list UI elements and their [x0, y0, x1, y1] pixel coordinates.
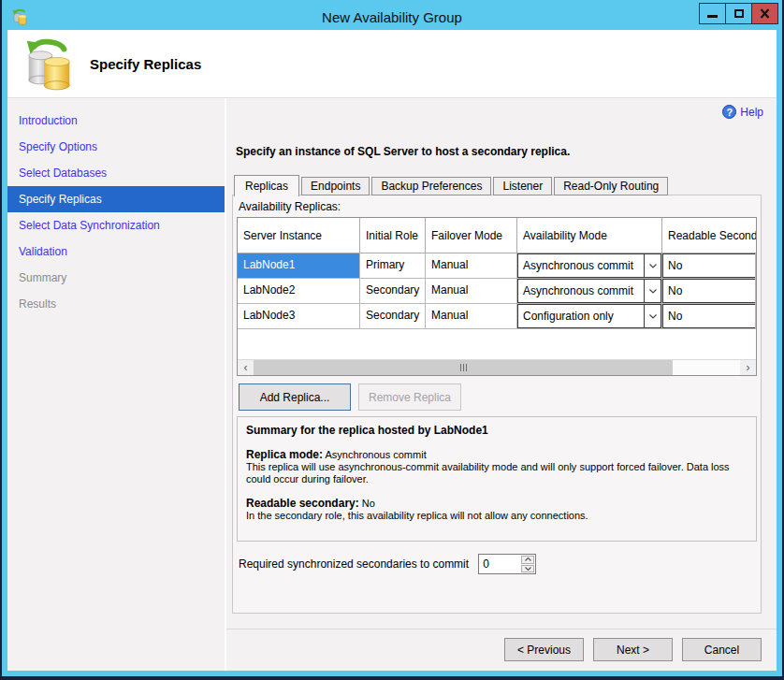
grid-row-labnode1[interactable]: LabNode1 Primary Manual Asynchronous com…	[238, 253, 756, 279]
grid-row-labnode3[interactable]: LabNode3 Secondary Manual Configuration …	[238, 304, 756, 329]
replica-summary: Summary for the replica hosted by LabNod…	[237, 416, 757, 542]
scroll-left-arrow-icon[interactable]: ‹	[238, 360, 254, 375]
replica-databases-icon	[21, 35, 79, 93]
close-button[interactable]	[751, 3, 778, 24]
cell-initial-role: Secondary	[360, 304, 426, 328]
sidebar-item-results: Results	[7, 291, 225, 317]
spinner-buttons	[520, 555, 535, 573]
sidebar-item-specify-options[interactable]: Specify Options	[7, 134, 225, 160]
help-label: Help	[740, 106, 763, 119]
cell-failover-mode: Manual	[426, 279, 517, 303]
help-link[interactable]: ? Help	[722, 105, 763, 119]
window-controls	[700, 3, 778, 24]
help-icon: ?	[722, 105, 736, 119]
scrollbar-track[interactable]	[673, 360, 740, 375]
readable-secondary-combo-labnode2[interactable]: No	[662, 279, 756, 303]
dropdown-chevron-icon[interactable]	[645, 264, 661, 268]
spinner-value[interactable]: 0	[479, 555, 520, 573]
close-icon	[760, 8, 770, 19]
tab-read-only-routing[interactable]: Read-Only Routing	[554, 177, 668, 195]
footer-buttons: < Previous Next > Cancel	[504, 638, 762, 661]
window-title: New Availability Group	[7, 9, 777, 25]
required-secondaries-row: Required synchronized secondaries to com…	[239, 554, 536, 574]
sidebar-item-select-data-synchronization[interactable]: Select Data Synchronization	[7, 212, 225, 239]
cell-initial-role: Secondary	[360, 279, 426, 303]
readable-secondary-combo-labnode3[interactable]: No	[662, 304, 756, 328]
minimize-icon	[707, 15, 718, 18]
grid-row-labnode2[interactable]: LabNode2 Secondary Manual Asynchronous c…	[238, 279, 756, 304]
combo-value: No	[663, 280, 756, 303]
dialog-window: New Availability Group	[2, 0, 782, 676]
cancel-button[interactable]: Cancel	[682, 638, 762, 661]
availability-mode-combo-labnode3[interactable]: Configuration only	[517, 304, 662, 328]
cell-server-instance[interactable]: LabNode2	[238, 279, 360, 303]
tab-replicas[interactable]: Replicas	[234, 175, 299, 196]
availability-mode-combo-labnode1[interactable]: Asynchronous commit	[517, 253, 662, 278]
readable-secondary-label: Readable secondary:	[246, 497, 359, 510]
replicas-tab-panel: Availability Replicas: Server Instance I…	[232, 195, 762, 614]
combo-value: Asynchronous commit	[518, 280, 644, 303]
availability-mode-combo-labnode2[interactable]: Asynchronous commit	[517, 279, 662, 303]
column-header-initial-role[interactable]: Initial Role	[360, 218, 426, 253]
sidebar-item-specify-replicas[interactable]: Specify Replicas	[7, 186, 225, 212]
tab-strip: Replicas Endpoints Backup Preferences Li…	[234, 174, 668, 195]
footer-divider	[226, 629, 777, 629]
readable-secondary-description: In the secondary role, this availability…	[246, 510, 748, 522]
add-replica-button[interactable]: Add Replica...	[239, 383, 351, 411]
wizard-steps-nav: Introduction Specify Options Select Data…	[7, 98, 225, 671]
dropdown-chevron-icon[interactable]	[645, 289, 661, 294]
scroll-right-arrow-icon[interactable]: ›	[740, 360, 756, 375]
column-header-availability-mode[interactable]: Availability Mode	[517, 218, 662, 253]
cell-initial-role: Primary	[360, 253, 426, 278]
replica-mode-description: This replica will use asynchronous-commi…	[246, 461, 748, 485]
combo-value: Asynchronous commit	[518, 254, 644, 278]
wizard-header: Specify Replicas	[7, 30, 777, 98]
cell-failover-mode: Manual	[426, 253, 517, 278]
combo-value: No	[663, 254, 756, 278]
cell-server-instance[interactable]: LabNode3	[238, 304, 360, 328]
column-header-server-instance[interactable]: Server Instance	[238, 218, 360, 253]
scrollbar-thumb[interactable]	[254, 360, 673, 375]
thumb-gripper-icon	[460, 364, 461, 371]
availability-replicas-label: Availability Replicas:	[239, 200, 341, 213]
required-secondaries-spinner[interactable]: 0	[478, 554, 536, 574]
replica-mode-label: Replica mode:	[246, 448, 323, 461]
combo-value: Configuration only	[518, 305, 644, 328]
column-header-readable-secondary[interactable]: Readable Secondar	[662, 218, 756, 253]
tab-listener[interactable]: Listener	[493, 177, 552, 195]
spin-up-button[interactable]	[521, 556, 534, 564]
maximize-icon	[734, 9, 744, 18]
summary-title: Summary for the replica hosted by LabNod…	[246, 424, 748, 437]
sidebar-item-select-databases[interactable]: Select Databases	[7, 160, 225, 186]
minimize-button[interactable]	[699, 3, 726, 24]
thumb-gripper-icon	[466, 364, 467, 371]
wizard-content: ? Help Specify an instance of SQL Server…	[225, 98, 777, 671]
next-button[interactable]: Next >	[593, 638, 673, 661]
dropdown-chevron-icon[interactable]	[645, 314, 661, 319]
availability-replicas-grid: Server Instance Initial Role Failover Mo…	[237, 217, 757, 376]
thumb-gripper-icon	[463, 364, 464, 371]
remove-replica-button: Remove Replica	[358, 383, 461, 411]
page-title: Specify Replicas	[90, 56, 201, 72]
sidebar-item-validation[interactable]: Validation	[7, 239, 225, 265]
cell-failover-mode: Manual	[426, 304, 517, 328]
tab-backup-preferences[interactable]: Backup Preferences	[371, 177, 491, 195]
previous-button[interactable]: < Previous	[504, 638, 584, 661]
grid-header-row: Server Instance Initial Role Failover Mo…	[238, 218, 756, 253]
tab-endpoints[interactable]: Endpoints	[301, 177, 370, 195]
combo-value: No	[663, 305, 756, 328]
column-header-failover-mode[interactable]: Failover Mode	[426, 218, 517, 253]
required-secondaries-label: Required synchronized secondaries to com…	[239, 557, 469, 571]
sidebar-item-introduction[interactable]: Introduction	[7, 108, 225, 134]
spin-up-icon	[525, 557, 531, 561]
readable-secondary-value: No	[359, 498, 375, 509]
instruction-text: Specify an instance of SQL Server to hos…	[236, 145, 570, 158]
replica-mode-value: Asynchronous commit	[323, 449, 427, 460]
titlebar[interactable]: New Availability Group	[7, 6, 777, 30]
maximize-button[interactable]	[725, 3, 752, 24]
replica-buttons-row: Add Replica... Remove Replica	[239, 383, 461, 411]
spin-down-button[interactable]	[521, 565, 534, 573]
cell-server-instance[interactable]: LabNode1	[238, 253, 360, 278]
readable-secondary-combo-labnode1[interactable]: No	[662, 253, 756, 278]
horizontal-scrollbar[interactable]: ‹ ›	[238, 359, 756, 375]
